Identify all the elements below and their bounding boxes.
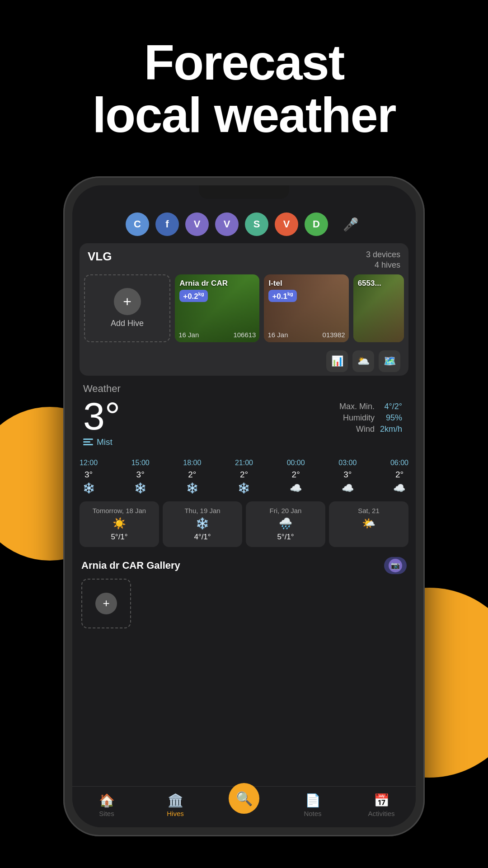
max-min-value: 4°/2°	[377, 401, 405, 412]
hives-row: + Add Hive Arnia dr CAR +0.2kg	[80, 274, 408, 347]
nav-item-notes[interactable]: 📄 Notes	[278, 793, 347, 817]
hour-icon: ❄️	[134, 482, 146, 494]
hour-time: 00:00	[287, 459, 305, 467]
hive-info-partial: 6553...	[353, 274, 404, 342]
action-icons-row: 📊 🌥️ 🗺️	[80, 347, 408, 376]
wind-label: Wind	[337, 424, 377, 435]
hive-footer-arnia: 16 Jan 106613	[178, 331, 256, 339]
gallery-add-button[interactable]: +	[81, 579, 131, 628]
nav-center-wrapper: 🔍	[210, 792, 278, 818]
hive-card-arnia[interactable]: Arnia dr CAR +0.2kg 16 Jan 106613	[175, 274, 259, 342]
weather-title: Weather	[83, 383, 405, 395]
hive-date-arnia: 16 Jan	[178, 331, 199, 339]
weather-stats: Max. Min. 4°/2° Humidity 95% Wind	[337, 401, 405, 435]
hour-temp: 3°	[343, 470, 352, 480]
weather-section: Weather 3° Mist	[72, 376, 416, 454]
hive-id-arnia: 106613	[233, 331, 256, 339]
hour-temp: 2°	[292, 470, 300, 480]
hour-item-1800: 18:00 2° ❄️	[183, 459, 201, 494]
hour-item-0300: 03:00 3° ☁️	[338, 459, 357, 494]
day-label: Fri, 20 Jan	[270, 507, 302, 514]
hour-icon: ❄️	[186, 482, 198, 494]
hive-footer-itel: 16 Jan 013982	[267, 331, 345, 339]
site-device-info: 3 devices 4 hives	[366, 250, 400, 271]
hour-icon: ☁️	[393, 482, 405, 494]
avatar-v3[interactable]: V	[275, 212, 298, 236]
avatar-s[interactable]: S	[245, 212, 268, 236]
devices-count: 3 devices	[366, 250, 400, 260]
phone-mockup: C f V V S V D 🎤 VLG 3 devices	[63, 176, 425, 836]
notes-nav-label: Notes	[304, 810, 321, 817]
gallery-section: Arnia dr CAR Gallery 📷 +	[72, 552, 416, 632]
hive-info-itel: I-tel +0.1kg 16 Jan 013982	[264, 274, 348, 342]
day-icon: ☀️	[113, 517, 126, 530]
hive-badge-itel: +0.1kg	[268, 290, 296, 302]
day-card-fri: Fri, 20 Jan 🌧️ 5°/1°	[246, 501, 325, 547]
hour-item-1500: 15:00 3° ❄️	[131, 459, 150, 494]
bottom-navigation: 🏠 Sites 🏛️ Hives 🔍 📄 Notes	[72, 786, 416, 827]
humidity-label: Humidity	[337, 412, 377, 424]
hive-name-arnia: Arnia dr CAR	[179, 279, 255, 288]
microphone-icon[interactable]: 🎤	[339, 212, 362, 236]
day-temp: 5°/1°	[277, 533, 294, 542]
day-label: Thu, 19 Jan	[184, 507, 220, 514]
day-temp: 5°/1°	[111, 533, 127, 542]
hour-item-1200: 12:00 3° ❄️	[80, 459, 98, 494]
nav-item-hives[interactable]: 🏛️ Hives	[141, 793, 210, 817]
hour-item-0600: 06:00 2° ☁️	[390, 459, 408, 494]
day-card-sat: Sat, 21 🌤️	[329, 501, 408, 547]
hourly-forecast-row: 12:00 3° ❄️ 15:00 3° ❄️ 18:00 2° ❄️	[72, 454, 416, 498]
hour-time: 21:00	[235, 459, 253, 467]
hour-icon: ❄️	[83, 482, 95, 494]
hive-info-arnia: Arnia dr CAR +0.2kg 16 Jan 106613	[175, 274, 259, 342]
avatar-v1[interactable]: V	[185, 212, 209, 236]
hour-icon: ❄️	[238, 482, 250, 494]
gallery-grid: +	[81, 579, 407, 628]
add-hive-plus-icon: +	[114, 288, 141, 315]
header-line1: Forecast	[0, 36, 488, 89]
activities-nav-label: Activities	[368, 810, 394, 817]
nav-item-activities[interactable]: 📅 Activities	[347, 793, 416, 817]
hour-item-0000: 00:00 2° ☁️	[287, 459, 305, 494]
humidity-value: 95%	[377, 412, 405, 424]
gallery-toggle[interactable]: 📷	[384, 557, 407, 574]
hour-temp: 3°	[136, 470, 145, 480]
search-center-button[interactable]: 🔍	[229, 783, 259, 814]
daily-forecast-row: Tomorrow, 18 Jan ☀️ 5°/1° Thu, 19 Jan ❄️…	[72, 498, 416, 552]
header-section: Forecast local weather	[0, 36, 488, 141]
chart-icon-btn[interactable]: 📊	[326, 350, 348, 372]
add-hive-label: Add Hive	[111, 319, 144, 328]
hive-card-itel[interactable]: I-tel +0.1kg 16 Jan 013982	[264, 274, 348, 342]
avatar-v2[interactable]: V	[215, 212, 239, 236]
map-icon-btn[interactable]: 🗺️	[379, 350, 400, 372]
activities-nav-icon: 📅	[374, 793, 389, 808]
header-line2: local weather	[0, 89, 488, 141]
camera-toggle-icon: 📷	[389, 559, 402, 572]
avatar-c[interactable]: C	[126, 212, 149, 236]
weather-icon-btn[interactable]: 🌥️	[352, 350, 374, 372]
day-label: Sat, 21	[358, 507, 380, 514]
avatar-f[interactable]: f	[155, 212, 179, 236]
screen-content: C f V V S V D 🎤 VLG 3 devices	[72, 185, 416, 827]
avatar-d[interactable]: D	[305, 212, 328, 236]
gallery-title: Arnia dr CAR Gallery	[81, 560, 180, 571]
weather-condition: Mist	[83, 437, 120, 447]
hives-nav-label: Hives	[167, 810, 184, 817]
notes-nav-icon: 📄	[305, 793, 321, 808]
weather-temperature: 3°	[83, 396, 120, 435]
day-card-tomorrow: Tomorrow, 18 Jan ☀️ 5°/1°	[80, 501, 159, 547]
hour-temp: 3°	[84, 470, 93, 480]
phone-screen: C f V V S V D 🎤 VLG 3 devices	[72, 185, 416, 827]
nav-item-sites[interactable]: 🏠 Sites	[72, 793, 141, 817]
hour-time: 03:00	[338, 459, 357, 467]
phone-frame: C f V V S V D 🎤 VLG 3 devices	[63, 176, 425, 836]
day-icon: ❄️	[196, 517, 209, 530]
sites-nav-label: Sites	[99, 810, 114, 817]
hives-nav-icon: 🏛️	[168, 793, 183, 808]
add-hive-card[interactable]: + Add Hive	[84, 274, 170, 342]
scroll-area: VLG 3 devices 4 hives + Add Hive	[72, 243, 416, 827]
site-card-header: VLG 3 devices 4 hives	[80, 243, 408, 274]
hive-card-partial[interactable]: 6553...	[353, 274, 404, 342]
wind-value: 2km/h	[377, 424, 405, 435]
day-icon: 🌤️	[362, 517, 375, 530]
